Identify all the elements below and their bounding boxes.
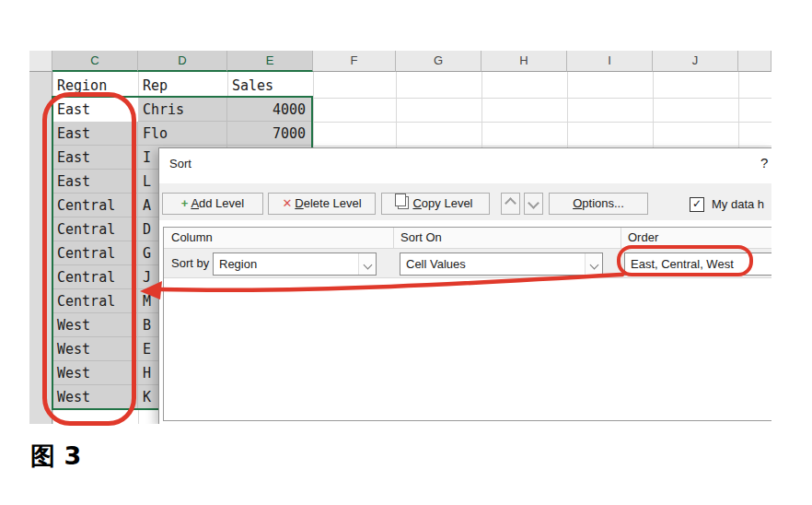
sort-on-header-label: Sort On	[400, 228, 442, 248]
annotation-circle-order-value	[617, 245, 753, 276]
cell-rep[interactable]: Chris	[138, 98, 227, 122]
column-header-f[interactable]: F	[313, 51, 396, 72]
column-header-label: Column	[171, 228, 213, 248]
figure-caption: 图 3	[30, 440, 81, 473]
dialog-toolbar: +Add Level ✕Delete Level Copy Level Opti…	[159, 183, 771, 220]
options-button[interactable]: Options...	[549, 193, 648, 215]
column-dropdown[interactable]: Region	[213, 252, 377, 276]
dialog-title: Sort	[169, 157, 191, 170]
sort-on-dropdown[interactable]: Cell Values	[400, 252, 603, 276]
my-data-has-headers-checkbox[interactable]: ✓	[690, 197, 704, 212]
x-icon: ✕	[282, 196, 292, 210]
column-header-d[interactable]: D	[138, 51, 227, 72]
column-header-j[interactable]: J	[653, 51, 738, 72]
dropdown-arrow-icon[interactable]	[358, 253, 376, 275]
chevron-down-icon	[528, 197, 539, 209]
column-header-i[interactable]: I	[567, 51, 653, 72]
annotation-circle-region-column	[42, 92, 136, 426]
sort-by-label: Sort by	[171, 249, 209, 277]
add-level-button[interactable]: +Add Level	[162, 193, 263, 215]
spreadsheet-area: C D E F G H I J Region Rep Sales East Ch…	[29, 51, 771, 424]
cell-sales[interactable]: 4000	[227, 98, 313, 122]
column-header-h[interactable]: H	[481, 51, 567, 72]
chevron-up-icon	[505, 197, 516, 209]
plus-icon: +	[181, 196, 189, 210]
cell-sales[interactable]: 7000	[227, 122, 313, 146]
column-header-g[interactable]: G	[396, 51, 481, 72]
cell-rep-title[interactable]: Rep	[138, 74, 227, 98]
help-button[interactable]: ?	[760, 155, 768, 170]
cell-rep[interactable]: Flo	[138, 122, 227, 146]
delete-level-button[interactable]: ✕Delete Level	[268, 193, 376, 215]
column-dropdown-value: Region	[219, 257, 257, 271]
copy-level-label: Copy Level	[412, 196, 472, 210]
move-down-button[interactable]	[524, 193, 543, 215]
column-header-e[interactable]: E	[227, 51, 313, 72]
column-header-c[interactable]: C	[52, 51, 138, 72]
sort-dialog: Sort ? +Add Level ✕Delete Level Copy Lev…	[158, 147, 771, 424]
sheet-corner	[29, 51, 52, 72]
dropdown-arrow-icon[interactable]	[585, 253, 602, 275]
cell-sales-title[interactable]: Sales	[227, 74, 313, 98]
options-label: Options...	[573, 196, 624, 210]
sort-on-dropdown-value: Cell Values	[406, 257, 466, 271]
column-header-k-partial[interactable]	[738, 51, 771, 72]
copy-icon	[398, 196, 409, 209]
add-level-label: Add Level	[191, 196, 244, 210]
move-up-button[interactable]	[501, 193, 520, 215]
delete-level-label: Delete Level	[295, 196, 361, 210]
my-data-has-headers-label: My data h	[712, 194, 764, 214]
figure-canvas: C D E F G H I J Region Rep Sales East Ch…	[0, 0, 812, 505]
copy-level-button[interactable]: Copy Level	[381, 193, 490, 215]
